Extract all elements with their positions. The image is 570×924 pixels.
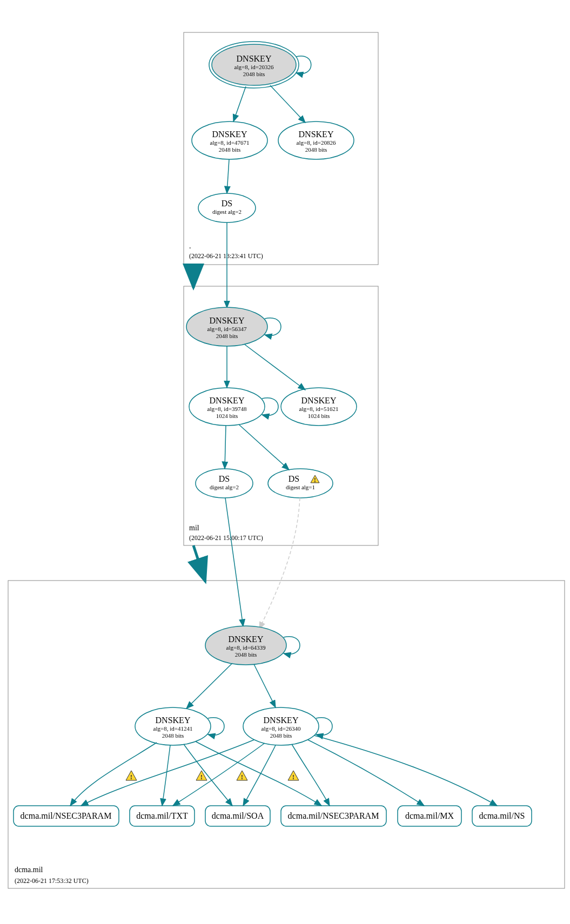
svg-point-33	[268, 469, 333, 498]
zone-mil-label: mil	[189, 524, 199, 532]
record-mx[interactable]: dcma.mil/MX	[398, 806, 461, 826]
node-dcma-zsk1[interactable]: DNSKEY alg=8, id=41241 2048 bits	[135, 707, 211, 745]
svg-text:alg=8, id=26340: alg=8, id=26340	[261, 725, 301, 732]
svg-point-30	[196, 469, 253, 498]
svg-text:2048 bits: 2048 bits	[216, 333, 238, 339]
svg-text:dcma.mil/TXT: dcma.mil/TXT	[136, 811, 188, 820]
edge-zsk2-r2	[173, 743, 265, 806]
svg-text:1024 bits: 1024 bits	[216, 413, 238, 419]
edge-root-zsk-ds	[227, 159, 229, 193]
edge-zsk2-r3	[243, 745, 276, 806]
node-root-ksk[interactable]: DNSKEY alg=8, id=20326 2048 bits	[209, 42, 299, 88]
svg-text:2048 bits: 2048 bits	[243, 71, 265, 77]
warning-icon: !	[126, 771, 137, 781]
edge-zsk2-r6	[314, 736, 497, 806]
node-mil-standby[interactable]: DNSKEY alg=8, id=51621 1024 bits	[281, 388, 357, 426]
svg-text:DNSKEY: DNSKEY	[210, 316, 245, 325]
svg-text:alg=8, id=56347: alg=8, id=56347	[207, 326, 247, 332]
edge-mil-ds1-dcma-ksk	[225, 498, 243, 626]
edge-zsk2-r5	[308, 740, 424, 806]
record-nsec3param-1[interactable]: dcma.mil/NSEC3PARAM	[14, 806, 119, 826]
edge-mil-zsk-ds1	[225, 426, 226, 469]
zone-root-timestamp: (2022-06-21 13:23:41 UTC)	[189, 252, 263, 260]
svg-text:1024 bits: 1024 bits	[308, 413, 330, 419]
svg-text:alg=8, id=20326: alg=8, id=20326	[234, 64, 274, 70]
svg-text:DNSKEY: DNSKEY	[210, 396, 245, 405]
node-mil-ds1[interactable]: DS digest alg=2	[196, 469, 253, 498]
edge-zsk1-r2	[162, 745, 170, 806]
edge-root-ksk-standby	[270, 85, 305, 123]
svg-text:DNSKEY: DNSKEY	[299, 130, 334, 139]
svg-text:DNSKEY: DNSKEY	[212, 130, 247, 139]
svg-text:dcma.mil/NS: dcma.mil/NS	[479, 811, 525, 820]
svg-text:alg=8, id=51621: alg=8, id=51621	[299, 406, 339, 412]
svg-text:dcma.mil/NSEC3PARAM: dcma.mil/NSEC3PARAM	[288, 811, 379, 820]
svg-text:!: !	[314, 476, 316, 484]
zone-root-label: .	[189, 242, 191, 250]
node-root-zsk[interactable]: DNSKEY alg=8, id=47671 2048 bits	[192, 122, 267, 159]
record-nsec3param-2[interactable]: dcma.mil/NSEC3PARAM	[281, 806, 386, 826]
edge-root-ksk-self	[296, 56, 311, 74]
svg-text:alg=8, id=47671: alg=8, id=47671	[210, 139, 250, 146]
record-soa[interactable]: dcma.mil/SOA	[205, 806, 270, 826]
edge-zsk1-r1	[70, 743, 157, 806]
node-root-ds[interactable]: DS digest alg=2	[198, 193, 256, 222]
edge-mil-to-dcma-zone	[193, 545, 205, 582]
svg-text:DS: DS	[222, 199, 232, 208]
svg-text:!: !	[200, 773, 203, 781]
svg-text:DS: DS	[289, 474, 299, 483]
edge-zsk2-r1	[81, 740, 254, 806]
record-ns[interactable]: dcma.mil/NS	[472, 806, 532, 826]
svg-text:digest alg=2: digest alg=2	[212, 208, 242, 215]
node-dcma-zsk2[interactable]: DNSKEY alg=8, id=26340 2048 bits	[243, 707, 319, 745]
svg-text:dcma.mil/NSEC3PARAM: dcma.mil/NSEC3PARAM	[21, 811, 112, 820]
svg-text:dcma.mil/MX: dcma.mil/MX	[405, 811, 454, 820]
svg-text:2048 bits: 2048 bits	[305, 146, 327, 153]
svg-text:DNSKEY: DNSKEY	[264, 716, 299, 725]
svg-text:alg=8, id=41241: alg=8, id=41241	[153, 725, 193, 732]
edge-dcma-ksk-zsk2	[254, 664, 276, 707]
record-txt[interactable]: dcma.mil/TXT	[130, 806, 195, 826]
svg-text:digest alg=2: digest alg=2	[210, 484, 239, 490]
svg-text:2048 bits: 2048 bits	[235, 651, 257, 658]
node-dcma-ksk[interactable]: DNSKEY alg=8, id=64339 2048 bits	[205, 626, 286, 665]
svg-text:digest alg=1: digest alg=1	[286, 484, 315, 490]
zone-dcma-label: dcma.mil	[15, 866, 43, 874]
dnssec-graph: . (2022-06-21 13:23:41 UTC) DNSKEY alg=8…	[0, 0, 570, 924]
edge-root-ksk-zsk	[233, 86, 246, 122]
svg-text:!: !	[241, 773, 243, 781]
zone-mil-timestamp: (2022-06-21 15:00:17 UTC)	[189, 534, 263, 542]
edge-mil-ds2-dcma-ksk	[259, 498, 300, 629]
svg-text:2048 bits: 2048 bits	[219, 146, 241, 153]
svg-text:DNSKEY: DNSKEY	[237, 54, 272, 63]
svg-point-15	[198, 193, 256, 222]
warning-icon: !	[288, 771, 299, 781]
edge-mil-ksk-standby	[245, 345, 305, 390]
edge-dcma-ksk-zsk1	[186, 663, 232, 709]
svg-text:DNSKEY: DNSKEY	[301, 396, 337, 405]
node-root-standby[interactable]: DNSKEY alg=8, id=20826 2048 bits	[278, 122, 354, 159]
svg-text:alg=8, id=20826: alg=8, id=20826	[297, 139, 336, 146]
svg-text:dcma.mil/SOA: dcma.mil/SOA	[212, 811, 264, 820]
svg-text:DS: DS	[219, 474, 230, 483]
edge-zsk2-r4	[292, 744, 330, 806]
svg-text:2048 bits: 2048 bits	[270, 732, 292, 739]
node-mil-ds2[interactable]: DS digest alg=1 !	[268, 469, 333, 498]
svg-text:!: !	[292, 773, 294, 781]
svg-text:2048 bits: 2048 bits	[162, 732, 184, 739]
svg-text:DNSKEY: DNSKEY	[156, 716, 191, 725]
warning-icon: !	[237, 771, 247, 781]
svg-text:!: !	[130, 773, 132, 781]
node-mil-ksk[interactable]: DNSKEY alg=8, id=56347 2048 bits	[186, 307, 267, 346]
node-mil-zsk[interactable]: DNSKEY alg=8, id=39748 1024 bits	[189, 388, 265, 426]
edge-mil-zsk-ds2	[239, 424, 289, 470]
zone-dcma-timestamp: (2022-06-21 17:53:32 UTC)	[15, 877, 89, 885]
svg-text:DNSKEY: DNSKEY	[229, 635, 264, 644]
svg-text:alg=8, id=39748: alg=8, id=39748	[207, 406, 247, 412]
svg-text:alg=8, id=64339: alg=8, id=64339	[226, 644, 266, 651]
edge-zsk1-r3	[184, 744, 232, 806]
edge-zsk1-r4	[196, 741, 321, 806]
